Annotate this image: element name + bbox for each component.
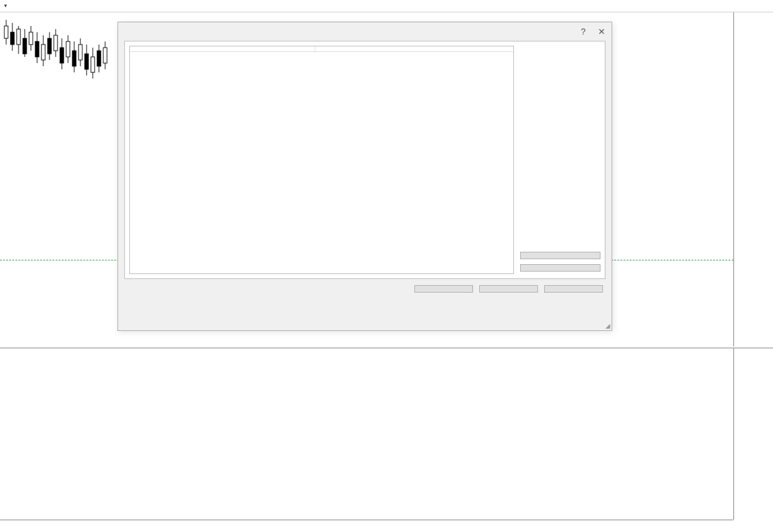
save-button[interactable] [520, 264, 600, 272]
tab-body-inputs [124, 41, 605, 279]
svg-rect-7 [23, 38, 27, 54]
load-button[interactable] [520, 252, 600, 259]
svg-rect-21 [66, 41, 70, 57]
price-scale [733, 12, 773, 346]
help-icon[interactable]: ? [581, 27, 586, 36]
svg-rect-1 [4, 26, 8, 38]
svg-rect-27 [85, 54, 88, 69]
header-variable [130, 46, 315, 51]
svg-rect-11 [35, 41, 39, 57]
svg-rect-17 [54, 35, 58, 51]
ok-button[interactable] [414, 285, 473, 293]
chart-background: ▼ ? [0, 0, 773, 532]
macd-scale [733, 348, 773, 520]
macd-plot [0, 361, 733, 520]
macd-panel [0, 348, 773, 520]
svg-rect-31 [97, 51, 101, 66]
resize-grip-icon[interactable]: ◢ [605, 322, 610, 329]
svg-rect-25 [79, 45, 82, 60]
svg-rect-15 [48, 38, 51, 54]
reset-button[interactable] [544, 285, 603, 293]
svg-rect-29 [91, 57, 95, 72]
grid-header [130, 46, 513, 52]
svg-rect-9 [29, 32, 33, 45]
inputs-grid[interactable] [129, 46, 514, 274]
svg-rect-5 [17, 29, 20, 45]
indicator-dialog: ? ✕ ◢ [117, 22, 612, 331]
header-value [315, 46, 513, 51]
close-icon[interactable]: ✕ [598, 27, 605, 36]
svg-rect-23 [72, 51, 76, 66]
svg-rect-33 [103, 48, 107, 63]
cancel-button[interactable] [479, 285, 538, 293]
chart-dropdown-icon[interactable]: ▼ [3, 3, 8, 9]
svg-rect-13 [41, 45, 45, 60]
chart-header: ▼ [0, 0, 773, 12]
svg-rect-19 [60, 48, 64, 63]
time-axis [0, 520, 733, 532]
dialog-titlebar[interactable]: ? ✕ [118, 22, 612, 41]
svg-rect-3 [11, 32, 14, 45]
